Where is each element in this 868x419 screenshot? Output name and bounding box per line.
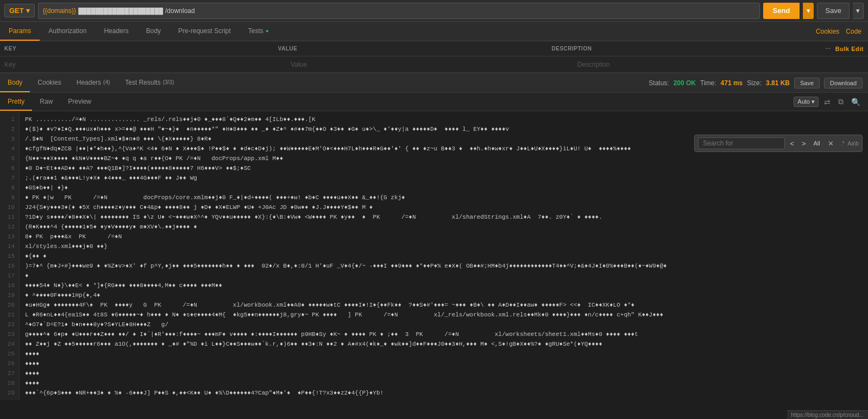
code-area: 1234567891011121314151617181920212223242…: [0, 111, 868, 400]
code-line: (R♦K♦♦♦^4 {♦♦♦♦♦1♦5♦ ♦y♦V♦♦♦♦y♦ m♦XV♦\.♦…: [25, 222, 863, 232]
line-number: 2: [4, 124, 15, 134]
body-tab-test-results[interactable]: Test Results (3/3): [117, 73, 181, 92]
method-arrow: ▾: [26, 7, 30, 15]
tab-pre-request[interactable]: Pre-request Script: [169, 22, 240, 41]
search-panel: < > All ✕ .* Aa\b: [694, 135, 863, 152]
search-all-button[interactable]: All: [811, 139, 823, 148]
save-dropdown-button[interactable]: ▾: [853, 3, 864, 19]
code-line: ♦GS♦b♦♦| ♦}♦: [25, 183, 863, 193]
code-link[interactable]: Code: [846, 28, 861, 35]
line-number: 6: [4, 163, 15, 173]
time-value: 471 ms: [721, 79, 743, 87]
tab-headers[interactable]: Headers: [95, 22, 137, 41]
code-line: g♦♦♦♦^♦ 6♦p♦ ♦U♦♦♦r♦♦Z♦♦♦ ♦♦/ ♦ I♦`|♦R'♦…: [25, 329, 863, 339]
tests-badge: ●: [266, 28, 269, 34]
line-number: 15: [4, 251, 15, 261]
description-input[interactable]: [577, 61, 864, 68]
response-save-button[interactable]: Save: [794, 78, 820, 88]
send-button[interactable]: Send: [763, 3, 800, 19]
body-tabs-row: Body Cookies Headers (4) Test Results (3…: [0, 73, 868, 93]
key-input[interactable]: [4, 61, 291, 68]
line-number: 3: [4, 134, 15, 144]
url-domain: {{domains}}: [43, 7, 76, 15]
code-line: ♦0 D♦~Et♦♦AD♦♦ ♦♦A? ♦♦♦Q1B♦]?I♦♦♦♦(♦♦♦♦♦…: [25, 163, 863, 173]
body-tab-cookies[interactable]: Cookies: [30, 73, 68, 92]
line-number: 9: [4, 193, 15, 202]
code-line: ♦♦♦♦: [25, 378, 863, 388]
resp-tabs-right: Auto ▾ ⇄ ⧉ 🔍: [794, 96, 868, 107]
format-tab-raw[interactable]: Raw: [32, 93, 60, 111]
tab-authorization[interactable]: Authorization: [40, 22, 95, 41]
tabs-right: Cookies Code: [816, 28, 868, 35]
search-regex-label: .*: [841, 141, 845, 147]
code-line: ^♦O7♦`D=E?1♦ b♦n♦♦♦8y♦?S♦YLE♦8H♦♦♦Z g/: [25, 320, 863, 329]
line-number: 24: [4, 339, 15, 349]
line-number: 1: [4, 115, 15, 124]
line-number: 12: [4, 222, 15, 232]
format-tab-preview[interactable]: Preview: [60, 93, 99, 111]
line-number: 25: [4, 349, 15, 359]
code-line: ♦ PK ♦|w PK /=♦N docProps/core.xmlm♦♦j♦0…: [25, 193, 863, 202]
code-line: L ♦R6♦nL♦♦4{ea1S♦♦ 4t8S ♦6♦♦♦♦♦~♦ h♦♦♦ ♦…: [25, 310, 863, 320]
search-close-button[interactable]: ✕: [825, 138, 836, 149]
code-line: ♦♦♦♦: [25, 349, 863, 359]
search-icon[interactable]: 🔍: [849, 97, 863, 107]
line-number: 27: [4, 369, 15, 378]
line-number: 21: [4, 310, 15, 320]
search-input[interactable]: [698, 137, 785, 149]
method-selector[interactable]: GET ▾: [4, 4, 35, 17]
code-line: ♦♦♦♦54♦ N♦}\♦♦E< ♦ *]♦{RG♦♦♦ ♦♦♦8♦♦♦♦4,M…: [25, 281, 863, 290]
copy-icon[interactable]: ⧉: [836, 96, 846, 107]
line-number: 26: [4, 359, 15, 369]
cookies-link[interactable]: Cookies: [816, 28, 839, 35]
tab-tests[interactable]: Tests ●: [240, 22, 278, 41]
wrap-icon[interactable]: ⇄: [822, 97, 833, 107]
bulk-edit-button[interactable]: Bulk Edit: [835, 46, 864, 52]
format-tab-pretty[interactable]: Pretty: [0, 93, 32, 111]
params-table: KEY VALUE DESCRIPTION ⋯ Bulk Edit: [0, 41, 868, 73]
tab-params[interactable]: Params: [0, 22, 40, 41]
line-number: 8: [4, 183, 15, 193]
line-number: 10: [4, 202, 15, 212]
line-number: 11: [4, 212, 15, 222]
line-number: 23: [4, 329, 15, 339]
code-line: ;.(♦ra♦♦1 ♦&♦♦♦L!y♦X♦ ♦4♦♦♦_ ♦♦♦4G♦♦♦F ♦…: [25, 173, 863, 183]
code-line: xl/styles.xml♦♦♦j♦0 ♦♦}: [25, 242, 863, 251]
request-tabs-row: Params Authorization Headers Body Pre-re…: [0, 22, 868, 41]
code-line: ♦u♦HGg♦ ♦♦♦♦♦♦♦4F\♦ PK ♦♦♦♦y G PK /=♦N x…: [25, 300, 863, 310]
body-tab-body[interactable]: Body: [0, 73, 30, 92]
code-line: J24{S♦y♦♦♦3♦(♦ ♦5X ch♦♦♦♦z♦y♦♦♦ C♦4&p♦ ♦…: [25, 202, 863, 212]
tab-body[interactable]: Body: [137, 22, 169, 41]
response-download-button[interactable]: Download: [824, 78, 863, 88]
value-input[interactable]: [291, 61, 577, 68]
search-case-label: Aa\b: [847, 141, 859, 147]
size-label: Size:: [747, 79, 762, 87]
line-number: 5: [4, 154, 15, 163]
code-line: ♦♦♦`^{6p♦S♦♦♦ ♦NR+♦♦3♦ ♦ %♦ -6♦♦♦J] P♦♦S…: [25, 388, 863, 398]
status-value: 200 OK: [674, 79, 696, 87]
line-number: 29: [4, 388, 15, 398]
top-bar: GET ▾ {{domains}} ████████████████████ /…: [0, 0, 868, 22]
search-next-button[interactable]: >: [799, 138, 809, 149]
params-row: [0, 56, 868, 73]
save-button[interactable]: Save: [817, 3, 850, 19]
line-number: 16: [4, 261, 15, 271]
format-selector[interactable]: Auto ▾: [794, 97, 819, 107]
code-line: ♦♦ Z♦♦j ♦Z ♦♦5♦♦♦♦♦r6♦♦♦ a1O(,♦♦♦♦♦♦♦ ♦ …: [25, 339, 863, 349]
code-line: ♦♦! ♦♦j ♦!1U<♦'%♦8[♦8♦bC♦S♦g♦♦♦♦♦At;T ♦ …: [25, 398, 863, 400]
code-line: ♦($)♦ ♦v?♦I♦Q.♦♦♦ux♦h♦♦♦ x>=♦♦@ ♦♦♦H "♦~…: [25, 124, 863, 134]
body-tab-headers[interactable]: Headers (4): [69, 73, 118, 92]
more-icon[interactable]: ⋯: [825, 46, 831, 52]
search-prev-button[interactable]: <: [787, 138, 797, 149]
line-number: 7: [4, 173, 15, 183]
body-tabs-right-area: Status: 200 OK Time: 471 ms Size: 3.81 K…: [649, 78, 868, 88]
params-header: KEY VALUE DESCRIPTION ⋯ Bulk Edit: [0, 41, 868, 56]
line-number: 17: [4, 271, 15, 281]
send-dropdown-button[interactable]: ▾: [803, 3, 814, 19]
response-format-tabs: Pretty Raw Preview Auto ▾ ⇄ ⧉ 🔍: [0, 93, 868, 111]
code-content[interactable]: PK ........../=♦N .............. _rels/.…: [20, 111, 868, 400]
key-col-header: KEY: [4, 46, 278, 52]
code-line: ♦{♦♦ ♦: [25, 251, 863, 261]
line-number: 14: [4, 242, 15, 251]
code-line: ♦♦♦♦: [25, 359, 863, 369]
